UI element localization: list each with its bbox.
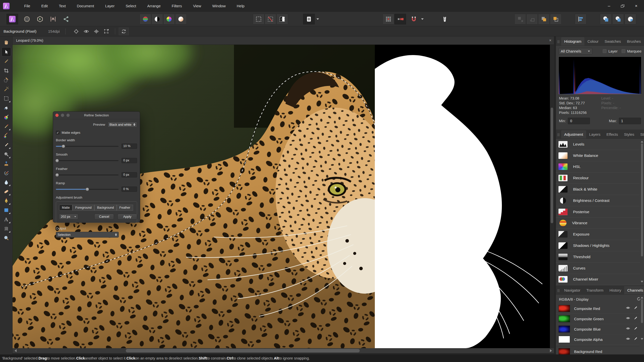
adjustment-item[interactable]: Curves [556,263,640,274]
tab-close-icon[interactable]: × [549,38,551,43]
channel-row[interactable]: Background Red [556,346,639,354]
adjustment-item[interactable]: Channel Mixer [556,274,640,285]
menu-item[interactable]: Layer [100,2,120,10]
menu-item[interactable]: View [187,2,207,10]
deselect-icon[interactable] [265,14,276,24]
ramp-value[interactable]: 0 % [122,187,137,192]
preview-dropdown[interactable]: Black and white [108,122,137,127]
colour-replacement-brush-tool[interactable] [2,131,11,140]
horizontal-scrollbar-thumb[interactable] [126,349,360,352]
adjustment-item[interactable]: Posterise [556,206,640,218]
crop-tool[interactable] [2,66,11,75]
panel-grip-icon[interactable]: || [557,288,560,292]
geometry-add-icon[interactable] [600,14,612,24]
adjustment-item[interactable]: Shadows / Highlights [556,240,640,251]
channels-scrollbar-thumb[interactable] [641,299,643,323]
erase-brush-tool[interactable] [2,140,11,150]
adjustment-item[interactable]: Vibrance [556,218,640,229]
dialog-title-bar[interactable]: Refine Selection [53,112,140,119]
channel-edit-pencil-icon[interactable] [633,306,637,311]
mesh-warp-tool[interactable] [2,224,11,233]
panel-tab[interactable]: Brushes [624,37,644,46]
max-input[interactable]: 1 [619,118,641,124]
adjustment-item[interactable]: Recolour [556,172,640,184]
mirror-icon[interactable] [91,28,101,35]
menu-item[interactable]: Help [231,2,250,10]
move-to-back-icon[interactable] [550,14,561,24]
export-persona-icon[interactable] [60,14,72,24]
snap-target-icon[interactable] [71,28,81,35]
dodge-brush-tool[interactable] [2,150,11,159]
panel-tab[interactable]: Stock [637,130,644,139]
assistant-icon[interactable] [439,14,451,24]
marquee-select-tool[interactable] [2,94,11,103]
panel-tab[interactable]: History [607,286,624,294]
menu-item[interactable]: Document [71,2,100,10]
flood-select-tool[interactable] [2,84,11,94]
scroll-up-icon[interactable] [641,141,643,143]
vertical-scrollbar-thumb[interactable] [551,108,553,223]
panel-tab[interactable]: Styles [621,130,637,139]
channel-filter-dropdown[interactable]: All Channels [558,48,592,55]
brush-size-dropdown[interactable]: 202 px [59,214,78,219]
geometry-divide-icon[interactable] [625,14,636,24]
min-input[interactable]: 0 [568,118,590,124]
scroll-down-icon[interactable] [641,338,643,340]
view-tool[interactable] [2,38,11,47]
panel-tab[interactable]: Transform [583,286,607,294]
menu-item[interactable]: Select [120,2,142,10]
panel-tab[interactable]: Navigator [561,286,583,294]
cancel-button[interactable]: Cancel [94,214,114,220]
brush-mode-button[interactable]: Background [94,205,117,211]
adjustment-item[interactable]: Brightness / Contrast [556,195,640,206]
move-to-front-icon[interactable] [514,14,526,24]
marquee-checkbox[interactable] [622,49,625,53]
adjustment-item[interactable]: Threshold [556,251,640,263]
channel-row[interactable]: Composite Green [556,314,639,324]
adjustment-item[interactable]: Black & White [556,184,640,195]
geometry-subtract-icon[interactable] [612,14,624,24]
panel-grip-icon[interactable]: || [557,39,560,43]
feather-value[interactable]: 0 px [122,172,137,177]
close-icon[interactable]: × [633,4,639,9]
snapping-magnet-icon[interactable] [408,14,420,24]
channel-visibility-eye-icon[interactable] [626,337,630,342]
auto-white-balance-icon[interactable] [175,14,187,24]
pen-tool[interactable] [2,196,11,205]
restore-icon[interactable] [621,5,624,8]
menu-item[interactable]: Edit [36,2,53,10]
pixel-grid-icon[interactable] [383,14,394,24]
adjustment-scrollbar[interactable] [640,140,643,284]
adjustment-item[interactable]: Levels [556,139,640,150]
invert-selection-icon[interactable] [276,14,288,24]
channel-row[interactable]: Composite Red [556,303,639,314]
adjustment-item[interactable]: White Balance [556,150,640,161]
select-all-icon[interactable] [253,14,264,24]
channel-edit-pencil-icon[interactable] [633,327,637,332]
paint-mixer-brush-tool[interactable] [2,168,11,177]
border-width-slider[interactable] [56,146,118,147]
channel-row[interactable]: Composite Alpha [556,334,639,345]
channels-scrollbar[interactable] [640,296,643,354]
quick-mask-dropdown-icon[interactable] [315,14,320,24]
panel-tab[interactable]: Colour [584,37,601,46]
matte-edges-checkbox[interactable]: ✓ [56,131,60,134]
smooth-value[interactable]: 0 px [122,158,137,163]
panel-tab[interactable]: Layers [586,130,603,139]
border-width-value[interactable]: 10 % [122,144,137,149]
scroll-right-icon[interactable] [550,349,552,352]
menu-item[interactable]: Text [53,2,71,10]
photo-persona-icon[interactable] [7,14,18,24]
move-backward-icon[interactable] [538,14,550,24]
panel-grip-icon[interactable]: || [557,132,560,136]
channel-visibility-eye-icon[interactable] [626,306,630,311]
selection-brush-tool[interactable] [2,75,11,84]
develop-persona-icon[interactable] [34,14,46,24]
brush-mode-button[interactable]: Feather [117,205,133,211]
flood-fill-tool[interactable] [2,103,11,112]
auto-contrast-icon[interactable] [151,14,163,24]
panel-tab[interactable]: Histogram [561,37,584,46]
menu-item[interactable]: File [19,2,36,10]
auto-colour-icon[interactable] [163,14,175,24]
adjustment-scrollbar-thumb[interactable] [641,143,643,256]
